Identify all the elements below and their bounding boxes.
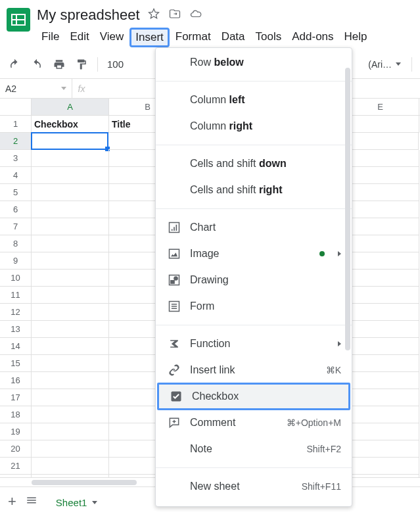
col-header[interactable]: E <box>342 99 419 115</box>
insert-chart[interactable]: Chart <box>156 214 352 241</box>
row-header[interactable]: 14 <box>0 338 32 355</box>
row-header[interactable]: 19 <box>0 423 32 440</box>
row-header[interactable]: 9 <box>0 252 32 270</box>
cell[interactable] <box>342 304 419 321</box>
cell[interactable] <box>342 167 419 184</box>
cell[interactable] <box>31 132 108 150</box>
cell[interactable] <box>32 235 109 252</box>
menu-add-ons[interactable]: Add-ons <box>287 28 338 47</box>
doc-title[interactable]: My spreadsheet <box>37 7 140 24</box>
cell[interactable] <box>32 406 109 423</box>
cell[interactable] <box>342 235 419 252</box>
cell[interactable] <box>32 150 109 167</box>
insert-comment[interactable]: Comment⌘+Option+M <box>156 410 352 436</box>
row-header[interactable]: 20 <box>0 440 32 458</box>
cell[interactable] <box>342 184 419 201</box>
cell[interactable] <box>32 458 109 475</box>
row-header[interactable]: 17 <box>0 389 32 406</box>
menu-tools[interactable]: Tools <box>251 28 287 47</box>
insert-checkbox[interactable]: Checkbox <box>157 383 350 410</box>
row-header[interactable]: 5 <box>0 184 32 201</box>
all-sheets-button[interactable] <box>26 494 37 509</box>
paint-format-button[interactable] <box>72 55 91 74</box>
sheet-tab[interactable]: Sheet1 <box>47 488 107 515</box>
insert-note[interactable]: NoteShift+F2 <box>156 436 352 462</box>
app-logo[interactable] <box>5 5 32 42</box>
cell[interactable] <box>342 372 419 389</box>
cell[interactable] <box>32 218 109 235</box>
zoom-picker[interactable]: 100 <box>105 59 126 70</box>
row-header[interactable]: 10 <box>0 270 32 287</box>
cell[interactable] <box>342 201 419 218</box>
insert-row-below[interactable]: Row below <box>156 49 352 76</box>
insert-image[interactable]: Image <box>156 241 352 267</box>
insert-form[interactable]: Form <box>156 293 352 319</box>
insert-column-left[interactable]: Column left <box>156 87 352 113</box>
row-header[interactable]: 7 <box>0 218 32 235</box>
row-header[interactable]: 12 <box>0 304 32 321</box>
menu-scrollbar[interactable] <box>345 52 350 502</box>
cell[interactable]: Checkbox <box>32 116 109 133</box>
row-header[interactable]: 15 <box>0 355 32 372</box>
font-picker[interactable]: (Ari… <box>364 58 405 71</box>
row-header[interactable]: 6 <box>0 201 32 218</box>
cell[interactable] <box>32 270 109 287</box>
insert-new-sheet[interactable]: New sheetShift+F11 <box>156 473 352 500</box>
insert-drawing[interactable]: Drawing <box>156 267 352 293</box>
cell[interactable] <box>342 475 419 477</box>
insert-column-right[interactable]: Column right <box>156 113 352 139</box>
cell[interactable] <box>342 116 419 133</box>
menu-data[interactable]: Data <box>217 28 250 47</box>
add-sheet-button[interactable]: + <box>8 493 16 510</box>
menu-help[interactable]: Help <box>340 28 372 47</box>
cell[interactable] <box>32 423 109 440</box>
cell[interactable] <box>342 423 419 440</box>
row-header[interactable]: 13 <box>0 321 32 338</box>
cell[interactable] <box>342 252 419 270</box>
cell[interactable] <box>342 287 419 304</box>
insert-function[interactable]: Function <box>156 331 352 357</box>
row-header[interactable]: 18 <box>0 406 32 423</box>
insert-cells-and-shift-down[interactable]: Cells and shift down <box>156 151 352 177</box>
col-header[interactable]: A <box>32 99 109 115</box>
cell[interactable] <box>32 440 109 458</box>
insert-insert-link[interactable]: Insert link⌘K <box>156 357 352 383</box>
cell[interactable] <box>342 321 419 338</box>
cell[interactable] <box>342 389 419 406</box>
menu-edit[interactable]: Edit <box>65 28 93 47</box>
cell[interactable] <box>32 287 109 304</box>
cell[interactable] <box>32 475 109 477</box>
cell[interactable] <box>32 338 109 355</box>
cell[interactable] <box>342 355 419 372</box>
row-header[interactable]: 3 <box>0 150 32 167</box>
cell[interactable] <box>342 440 419 458</box>
select-all-corner[interactable] <box>0 99 32 115</box>
cell[interactable] <box>32 355 109 372</box>
undo-button[interactable] <box>5 55 24 74</box>
cell[interactable] <box>342 218 419 235</box>
cloud-icon[interactable] <box>190 8 202 22</box>
cell[interactable] <box>32 201 109 218</box>
cell[interactable] <box>32 167 109 184</box>
cell[interactable] <box>32 304 109 321</box>
row-header[interactable]: 1 <box>0 116 32 133</box>
print-button[interactable] <box>50 55 68 74</box>
cell[interactable] <box>342 406 419 423</box>
row-header[interactable]: 11 <box>0 287 32 304</box>
star-icon[interactable] <box>148 8 160 22</box>
name-box[interactable]: A2 <box>0 79 72 98</box>
menu-format[interactable]: Format <box>171 28 216 47</box>
row-header[interactable]: 2 <box>0 133 32 150</box>
row-header[interactable]: 21 <box>0 458 32 475</box>
cell[interactable] <box>32 252 109 270</box>
cell[interactable] <box>342 150 419 167</box>
menu-file[interactable]: File <box>37 28 64 47</box>
row-header[interactable]: 16 <box>0 372 32 389</box>
cell[interactable] <box>32 372 109 389</box>
cell[interactable] <box>342 458 419 475</box>
redo-button[interactable] <box>28 55 46 74</box>
row-header[interactable]: 22 <box>0 475 32 477</box>
cell[interactable] <box>341 133 419 150</box>
menu-insert[interactable]: Insert <box>129 28 170 47</box>
cell[interactable] <box>342 270 419 287</box>
